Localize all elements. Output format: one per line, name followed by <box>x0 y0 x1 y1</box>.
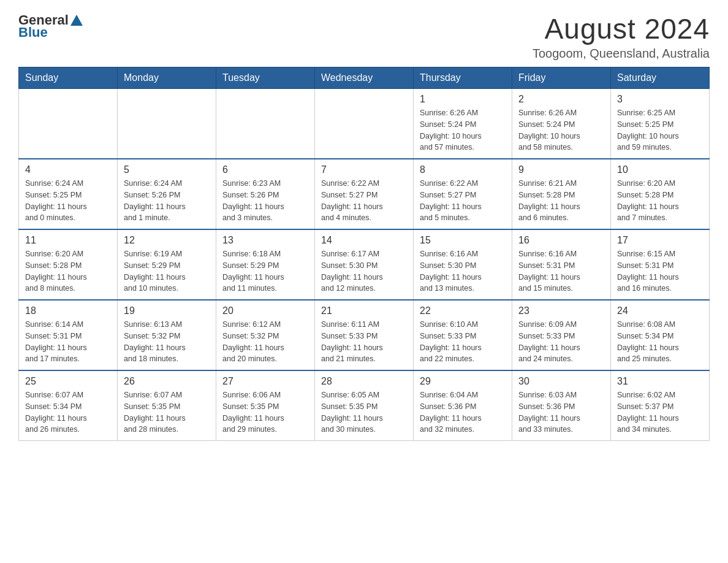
sun-info: Sunrise: 6:15 AMSunset: 5:31 PMDaylight:… <box>617 248 703 294</box>
location-subtitle: Toogoom, Queensland, Australia <box>533 47 710 61</box>
sun-info: Sunrise: 6:16 AMSunset: 5:30 PMDaylight:… <box>420 248 506 294</box>
calendar-cell: 18Sunrise: 6:14 AMSunset: 5:31 PMDayligh… <box>19 300 118 370</box>
calendar-cell: 19Sunrise: 6:13 AMSunset: 5:32 PMDayligh… <box>118 300 216 370</box>
calendar-cell: 30Sunrise: 6:03 AMSunset: 5:36 PMDayligh… <box>512 370 611 441</box>
sun-info: Sunrise: 6:12 AMSunset: 5:32 PMDaylight:… <box>222 319 308 365</box>
calendar-cell: 27Sunrise: 6:06 AMSunset: 5:35 PMDayligh… <box>216 370 315 441</box>
calendar-cell: 5Sunrise: 6:24 AMSunset: 5:26 PMDaylight… <box>118 159 216 229</box>
day-number: 4 <box>25 164 111 175</box>
month-year-title: August 2024 <box>533 12 710 45</box>
title-section: August 2024 Toogoom, Queensland, Austral… <box>533 12 710 61</box>
logo: General Blue <box>18 12 83 40</box>
day-number: 13 <box>222 235 308 246</box>
calendar-cell: 9Sunrise: 6:21 AMSunset: 5:28 PMDaylight… <box>512 159 611 229</box>
day-number: 17 <box>617 235 703 246</box>
sun-info: Sunrise: 6:11 AMSunset: 5:33 PMDaylight:… <box>321 319 407 365</box>
day-number: 23 <box>518 305 604 316</box>
calendar-cell: 6Sunrise: 6:23 AMSunset: 5:26 PMDaylight… <box>216 159 315 229</box>
calendar-cell: 4Sunrise: 6:24 AMSunset: 5:25 PMDaylight… <box>19 159 118 229</box>
day-number: 16 <box>518 235 604 246</box>
calendar-cell: 1Sunrise: 6:26 AMSunset: 5:24 PMDaylight… <box>414 89 512 159</box>
calendar-cell: 10Sunrise: 6:20 AMSunset: 5:28 PMDayligh… <box>611 159 710 229</box>
day-number: 1 <box>420 94 506 105</box>
calendar-cell: 28Sunrise: 6:05 AMSunset: 5:35 PMDayligh… <box>315 370 414 441</box>
sun-info: Sunrise: 6:02 AMSunset: 5:37 PMDaylight:… <box>617 389 703 435</box>
day-number: 25 <box>25 376 111 387</box>
day-number: 3 <box>617 94 703 105</box>
sun-info: Sunrise: 6:14 AMSunset: 5:31 PMDaylight:… <box>25 319 111 365</box>
calendar-cell: 8Sunrise: 6:22 AMSunset: 5:27 PMDaylight… <box>414 159 512 229</box>
sun-info: Sunrise: 6:20 AMSunset: 5:28 PMDaylight:… <box>25 248 111 294</box>
calendar-week-row: 1Sunrise: 6:26 AMSunset: 5:24 PMDaylight… <box>19 89 710 159</box>
calendar-cell: 29Sunrise: 6:04 AMSunset: 5:36 PMDayligh… <box>414 370 512 441</box>
sun-info: Sunrise: 6:20 AMSunset: 5:28 PMDaylight:… <box>617 178 703 224</box>
day-number: 29 <box>420 376 506 387</box>
sun-info: Sunrise: 6:19 AMSunset: 5:29 PMDaylight:… <box>124 248 210 294</box>
day-number: 6 <box>222 164 308 175</box>
day-number: 8 <box>420 164 506 175</box>
calendar-cell: 2Sunrise: 6:26 AMSunset: 5:24 PMDaylight… <box>512 89 611 159</box>
day-number: 19 <box>124 305 210 316</box>
calendar-cell <box>315 89 414 159</box>
day-number: 28 <box>321 376 407 387</box>
calendar-cell: 17Sunrise: 6:15 AMSunset: 5:31 PMDayligh… <box>611 229 710 300</box>
sun-info: Sunrise: 6:18 AMSunset: 5:29 PMDaylight:… <box>222 248 308 294</box>
day-number: 12 <box>124 235 210 246</box>
day-number: 2 <box>518 94 604 105</box>
calendar-week-row: 4Sunrise: 6:24 AMSunset: 5:25 PMDaylight… <box>19 159 710 229</box>
day-header-tuesday: Tuesday <box>216 67 315 89</box>
sun-info: Sunrise: 6:26 AMSunset: 5:24 PMDaylight:… <box>518 107 604 153</box>
day-number: 30 <box>518 376 604 387</box>
day-header-sunday: Sunday <box>19 67 118 89</box>
calendar-cell <box>216 89 315 159</box>
sun-info: Sunrise: 6:07 AMSunset: 5:34 PMDaylight:… <box>25 389 111 435</box>
day-number: 7 <box>321 164 407 175</box>
sun-info: Sunrise: 6:22 AMSunset: 5:27 PMDaylight:… <box>420 178 506 224</box>
day-number: 20 <box>222 305 308 316</box>
day-number: 9 <box>518 164 604 175</box>
sun-info: Sunrise: 6:09 AMSunset: 5:33 PMDaylight:… <box>518 319 604 365</box>
sun-info: Sunrise: 6:10 AMSunset: 5:33 PMDaylight:… <box>420 319 506 365</box>
day-number: 18 <box>25 305 111 316</box>
calendar-week-row: 18Sunrise: 6:14 AMSunset: 5:31 PMDayligh… <box>19 300 710 370</box>
calendar-cell <box>19 89 118 159</box>
sun-info: Sunrise: 6:13 AMSunset: 5:32 PMDaylight:… <box>124 319 210 365</box>
sun-info: Sunrise: 6:08 AMSunset: 5:34 PMDaylight:… <box>617 319 703 365</box>
sun-info: Sunrise: 6:24 AMSunset: 5:26 PMDaylight:… <box>124 178 210 224</box>
day-header-thursday: Thursday <box>414 67 512 89</box>
calendar-cell: 20Sunrise: 6:12 AMSunset: 5:32 PMDayligh… <box>216 300 315 370</box>
calendar-cell: 26Sunrise: 6:07 AMSunset: 5:35 PMDayligh… <box>118 370 216 441</box>
day-number: 26 <box>124 376 210 387</box>
calendar-header-row: SundayMondayTuesdayWednesdayThursdayFrid… <box>19 67 710 89</box>
page-header: General Blue August 2024 Toogoom, Queens… <box>18 12 710 61</box>
sun-info: Sunrise: 6:26 AMSunset: 5:24 PMDaylight:… <box>420 107 506 153</box>
logo-blue: Blue <box>18 25 48 40</box>
calendar-cell: 13Sunrise: 6:18 AMSunset: 5:29 PMDayligh… <box>216 229 315 300</box>
sun-info: Sunrise: 6:25 AMSunset: 5:25 PMDaylight:… <box>617 107 703 153</box>
day-number: 10 <box>617 164 703 175</box>
day-number: 11 <box>25 235 111 246</box>
calendar-cell: 3Sunrise: 6:25 AMSunset: 5:25 PMDaylight… <box>611 89 710 159</box>
sun-info: Sunrise: 6:24 AMSunset: 5:25 PMDaylight:… <box>25 178 111 224</box>
day-number: 15 <box>420 235 506 246</box>
sun-info: Sunrise: 6:04 AMSunset: 5:36 PMDaylight:… <box>420 389 506 435</box>
calendar-table: SundayMondayTuesdayWednesdayThursdayFrid… <box>18 67 710 441</box>
day-header-wednesday: Wednesday <box>315 67 414 89</box>
day-number: 27 <box>222 376 308 387</box>
sun-info: Sunrise: 6:17 AMSunset: 5:30 PMDaylight:… <box>321 248 407 294</box>
calendar-cell: 24Sunrise: 6:08 AMSunset: 5:34 PMDayligh… <box>611 300 710 370</box>
calendar-cell <box>118 89 216 159</box>
calendar-cell: 14Sunrise: 6:17 AMSunset: 5:30 PMDayligh… <box>315 229 414 300</box>
sun-info: Sunrise: 6:07 AMSunset: 5:35 PMDaylight:… <box>124 389 210 435</box>
calendar-cell: 21Sunrise: 6:11 AMSunset: 5:33 PMDayligh… <box>315 300 414 370</box>
calendar-week-row: 11Sunrise: 6:20 AMSunset: 5:28 PMDayligh… <box>19 229 710 300</box>
day-header-monday: Monday <box>118 67 216 89</box>
calendar-cell: 23Sunrise: 6:09 AMSunset: 5:33 PMDayligh… <box>512 300 611 370</box>
sun-info: Sunrise: 6:22 AMSunset: 5:27 PMDaylight:… <box>321 178 407 224</box>
day-number: 31 <box>617 376 703 387</box>
day-number: 14 <box>321 235 407 246</box>
calendar-cell: 15Sunrise: 6:16 AMSunset: 5:30 PMDayligh… <box>414 229 512 300</box>
calendar-cell: 7Sunrise: 6:22 AMSunset: 5:27 PMDaylight… <box>315 159 414 229</box>
day-number: 21 <box>321 305 407 316</box>
sun-info: Sunrise: 6:06 AMSunset: 5:35 PMDaylight:… <box>222 389 308 435</box>
